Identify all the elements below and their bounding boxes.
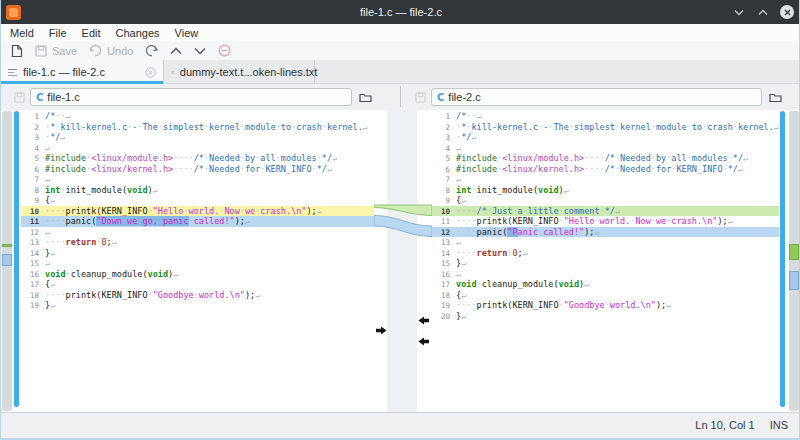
scrollbar-right[interactable] — [780, 111, 785, 407]
code-line[interactable]: 13····return·0;↵ — [21, 237, 374, 248]
code-line[interactable]: 19}↵ — [21, 300, 374, 311]
code-line[interactable]: 5#include·<linux/module.h>····/*·Needed·… — [21, 153, 374, 164]
close-icon[interactable] — [779, 4, 795, 20]
code-token: #include — [45, 153, 86, 163]
code-token: <linux/kernel.h> — [502, 164, 584, 174]
minimize-icon[interactable] — [731, 4, 747, 20]
code-line[interactable]: 6#include·<linux/kernel.h>····/*·Needed·… — [432, 164, 779, 175]
code-line[interactable]: 9{↵ — [21, 195, 374, 206]
code-line[interactable]: 17{↵ — [21, 279, 374, 290]
menu-view[interactable]: View — [175, 27, 199, 39]
code-line[interactable]: 14}↵ — [21, 248, 374, 259]
code-line[interactable]: 19····printk(KERN_INFO·"Goodbye·world.\n… — [432, 300, 779, 311]
line-number: 20 — [432, 312, 450, 323]
code-line[interactable]: 10····printk(KERN_INFO·"Hello·world.·Now… — [21, 206, 374, 217]
code-token: "Hello·world.·Now·we·crash.\n" — [564, 216, 718, 226]
code-token: ····printk(KERN_INFO· — [456, 300, 564, 310]
code-line[interactable]: 18····printk(KERN_INFO·"Goodbye·world.\n… — [21, 290, 374, 301]
save-state-icon — [415, 92, 426, 103]
newline-mark: ↵ — [332, 154, 337, 163]
code-line[interactable]: 16↵ — [432, 269, 779, 280]
code-line[interactable]: 14····return·0;↵ — [432, 248, 779, 259]
code-line[interactable]: 12····panic("Panic·called!");↵ — [432, 227, 779, 238]
code-line[interactable]: 20}↵ — [432, 311, 779, 322]
menu-changes[interactable]: Changes — [116, 27, 160, 39]
code-line[interactable]: 4↵ — [21, 143, 374, 154]
code-line[interactable]: 10····/*·Just·a·little·comment·*/↵ — [432, 206, 779, 217]
code-line[interactable]: 16void·cleanup_module(void)↵ — [21, 269, 374, 280]
next-change-button[interactable] — [194, 47, 206, 55]
code-line[interactable]: 7↵ — [21, 174, 374, 185]
previous-change-button[interactable] — [170, 47, 182, 55]
scrollbar-left[interactable] — [14, 111, 19, 407]
code-line[interactable]: 8int·init_module(void)↵ — [432, 185, 779, 196]
code-line[interactable]: 1/*··↵ — [21, 111, 374, 122]
code-token: void — [127, 185, 148, 195]
code-line[interactable]: 1/*··↵ — [432, 111, 779, 122]
code-token: ····panic( — [456, 227, 507, 237]
code-line[interactable]: 8int·init_module(void)↵ — [21, 185, 374, 196]
code-line[interactable]: 2·*·kill-kernel.c·-·The·simplest·kernel·… — [432, 122, 779, 133]
file-entry-right[interactable]: C file-2.c — [431, 88, 762, 106]
code-token: return — [477, 248, 508, 258]
line-number: 11 — [432, 217, 450, 228]
tab-1[interactable]: file-1.c — file-2.c — [1, 60, 164, 84]
map-insert-mark — [789, 244, 799, 260]
stop-button[interactable] — [218, 44, 231, 57]
code-line[interactable]: 4↵ — [432, 143, 779, 154]
tab-close-icon[interactable] — [303, 67, 307, 78]
code-line[interactable]: 17void·cleanup_module(void)↵ — [432, 279, 779, 290]
new-comparison-button[interactable] — [11, 44, 23, 58]
file-entry-left[interactable]: C file-1.c — [30, 88, 352, 106]
save-icon — [35, 45, 47, 57]
menu-edit[interactable]: Edit — [82, 27, 101, 39]
push-right-icon[interactable] — [376, 326, 387, 335]
tab-close-icon[interactable] — [145, 67, 156, 78]
status-bar: Ln 10, Col 1 INS — [1, 412, 800, 440]
code-token: "Goodbye·world.\n" — [564, 300, 656, 310]
code-token: ); — [656, 300, 666, 310]
diff-area: 1/*··↵2·*·kill-kernel.c·-·The·simplest·k… — [1, 110, 800, 412]
save-button[interactable]: Save — [35, 45, 77, 57]
code-line[interactable]: 3·*/↵ — [432, 132, 779, 143]
code-line[interactable]: 3·*/↵ — [21, 132, 374, 143]
redo-button[interactable] — [145, 45, 158, 57]
diff-overview-map-left[interactable] — [2, 111, 12, 411]
code-line[interactable]: 11····panic("Down·we·go,·panic·called!")… — [21, 216, 374, 227]
maximize-icon[interactable] — [755, 4, 771, 20]
diff-overview-map-right[interactable] — [789, 111, 799, 411]
code-line[interactable]: 15↵ — [21, 258, 374, 269]
menu-meld[interactable]: Meld — [10, 27, 34, 39]
code-token: "Goodbye·world.\n" — [153, 290, 245, 300]
line-number: 19 — [432, 301, 450, 312]
code-line[interactable]: 18{↵ — [432, 290, 779, 301]
undo-button[interactable]: Undo — [89, 45, 133, 57]
code-line[interactable]: 11····printk(KERN_INFO·"Hello·world.·Now… — [432, 216, 779, 227]
diff-icon — [171, 68, 175, 77]
code-editor-right[interactable]: 1/*··↵2·*·kill-kernel.c·-·The·simplest·k… — [432, 110, 779, 412]
code-line[interactable]: 9{↵ — [432, 195, 779, 206]
line-number: 15 — [21, 259, 39, 270]
tab-2[interactable]: dummy-text.t...oken-lines.txt — [164, 60, 315, 84]
code-line[interactable]: 2·*·kill-kernel.c·-·The·simplest·kernel·… — [21, 122, 374, 133]
push-left-icon[interactable] — [418, 337, 429, 346]
newline-mark: ↵ — [456, 144, 461, 153]
code-line[interactable]: 5#include·<linux/module.h>····/*·Needed·… — [432, 153, 779, 164]
code-line[interactable]: 13↵ — [432, 237, 779, 248]
newline-mark: ↵ — [50, 196, 55, 205]
titlebar: file-1.c — file-2.c — [1, 0, 800, 24]
newline-mark: ↵ — [461, 196, 466, 205]
menu-file[interactable]: File — [49, 27, 67, 39]
browse-folder-button-right[interactable] — [769, 92, 782, 103]
window-title: file-1.c — file-2.c — [1, 6, 800, 18]
code-line[interactable]: 7↵ — [432, 174, 779, 185]
code-line[interactable]: 6#include·<linux/kernel.h>····/*·Needed·… — [21, 164, 374, 175]
code-line[interactable]: 15}↵ — [432, 258, 779, 269]
code-token: ); — [245, 290, 255, 300]
code-line[interactable]: 12↵ — [21, 227, 374, 238]
push-left-icon[interactable] — [418, 316, 429, 325]
browse-folder-button-left[interactable] — [359, 92, 372, 103]
code-editor-left[interactable]: 1/*··↵2·*·kill-kernel.c·-·The·simplest·k… — [21, 110, 374, 412]
input-mode: INS — [770, 419, 788, 431]
undo-icon — [89, 45, 102, 57]
